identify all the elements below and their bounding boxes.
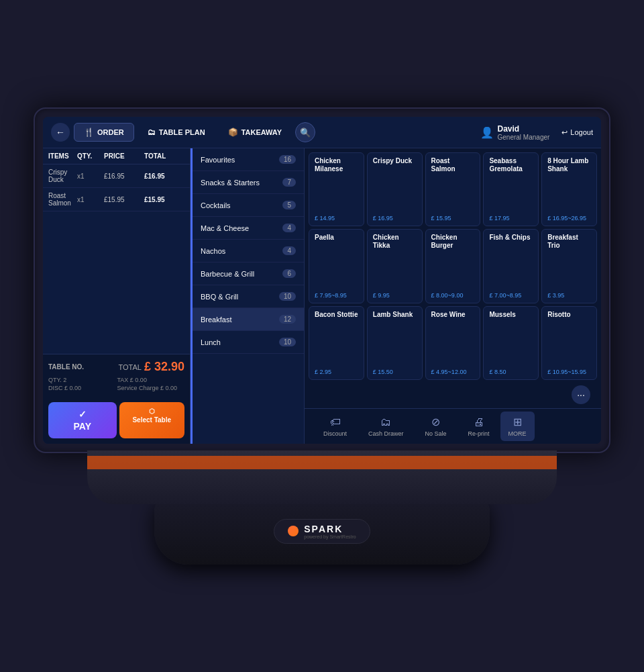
- user-info: 👤 David General Manager: [480, 124, 550, 141]
- pay-button[interactable]: ✓ PAY: [48, 402, 117, 438]
- pay-icon: ✓: [78, 409, 87, 420]
- menu-card-lamb-shank[interactable]: Lamb Shank £ 15.50: [367, 306, 423, 380]
- menu-card-roast-salmon[interactable]: Roast Salmon £ 15.95: [425, 152, 481, 226]
- brand-badge: SPARK powered by SmartRestro: [274, 519, 370, 544]
- table-row[interactable]: Roast Salmon x1 £15.95 £15.95: [43, 188, 190, 211]
- tab-table-plan[interactable]: 🗂 TABLE PLAN: [138, 124, 215, 141]
- category-item-lunch[interactable]: Lunch 10: [193, 331, 304, 354]
- category-item-breakfast[interactable]: Breakfast 12: [193, 308, 304, 331]
- category-item-barbecue[interactable]: Barbecue & Grill 6: [193, 262, 304, 285]
- order-panel: ITEMS QTY. PRICE TOTAL Crispy Duck x1 £1…: [43, 148, 191, 444]
- order-meta: QTY. 2 TAX £ 0.00 DISC £ 0.00 Service Ch…: [48, 377, 184, 391]
- category-item-cocktails[interactable]: Cocktails 5: [193, 194, 304, 217]
- nav-bar: ← 🍴 ORDER 🗂 TABLE PLAN 📦 TAKEAWAY 🔍 👤: [43, 117, 601, 148]
- category-panel: Favourites 16 Snacks & Starters 7 Cockta…: [191, 148, 305, 444]
- order-header: ITEMS QTY. PRICE TOTAL: [43, 148, 190, 164]
- menu-card-seabass[interactable]: Seabass Gremolata £ 17.95: [483, 152, 539, 226]
- no-sale-button[interactable]: ⊘ No Sale: [415, 412, 458, 441]
- select-table-icon: ⬡: [149, 407, 155, 415]
- pos-terminal: ← 🍴 ORDER 🗂 TABLE PLAN 📦 TAKEAWAY 🔍 👤: [34, 107, 610, 565]
- discount-button[interactable]: 🏷 Discount: [313, 412, 358, 441]
- menu-card-lamb-shank-8h[interactable]: 8 Hour Lamb Shank £ 16.95~26.95: [541, 152, 597, 226]
- tab-order[interactable]: 🍴 ORDER: [74, 123, 134, 142]
- menu-card-rose-wine[interactable]: Rose Wine £ 4.95~12.00: [425, 306, 481, 380]
- menu-card-risotto[interactable]: Risotto £ 10.95~15.95: [541, 306, 597, 380]
- table-row[interactable]: Crispy Duck x1 £16.95 £16.95: [43, 164, 190, 188]
- menu-card-chicken-tikka[interactable]: Chicken Tikka £ 9.95: [367, 229, 423, 303]
- category-item-nachos[interactable]: Nachos 4: [193, 240, 304, 262]
- menu-card-paella[interactable]: Paella £ 7.95~8.95: [309, 229, 364, 303]
- cash-drawer-icon: 🗂: [380, 416, 391, 428]
- menu-grid-panel: Chicken Milanese £ 14.95 Crispy Duck £ 1…: [305, 148, 601, 444]
- bottom-toolbar: 🏷 Discount 🗂 Cash Drawer ⊘ No Sale �: [305, 408, 601, 444]
- menu-grid-footer: ···: [305, 384, 601, 408]
- logout-icon: ↩: [561, 128, 568, 137]
- back-button[interactable]: ←: [51, 123, 70, 142]
- tab-takeaway[interactable]: 📦 TAKEAWAY: [219, 124, 292, 141]
- main-content: ITEMS QTY. PRICE TOTAL Crispy Duck x1 £1…: [43, 148, 601, 444]
- reprint-button[interactable]: 🖨 Re-print: [458, 412, 500, 441]
- reprint-icon: 🖨: [474, 416, 484, 428]
- order-icon: 🍴: [84, 128, 94, 137]
- menu-card-bacon-stottie[interactable]: Bacon Stottie £ 2.95: [309, 306, 364, 380]
- user-icon: 👤: [480, 126, 494, 139]
- menu-card-chicken-burger[interactable]: Chicken Burger £ 8.00~9.00: [425, 229, 481, 303]
- base-stand: [87, 450, 557, 504]
- base-stripe: [87, 456, 557, 469]
- category-item-bbq[interactable]: BBQ & Grill 10: [193, 285, 304, 308]
- base-bottom: SPARK powered by SmartRestro: [154, 497, 490, 565]
- menu-card-mussels[interactable]: Mussels £ 8.50: [483, 306, 539, 380]
- brand-logo: [288, 526, 299, 536]
- order-footer: TABLE NO. TOTAL £ 32.90 QTY. 2 TAX £ 0.0…: [43, 354, 190, 397]
- menu-card-fish-chips[interactable]: Fish & Chips £ 7.00~8.95: [483, 229, 539, 303]
- select-table-button[interactable]: ⬡ Select Table: [119, 402, 185, 438]
- monitor-bezel: ← 🍴 ORDER 🗂 TABLE PLAN 📦 TAKEAWAY 🔍 👤: [34, 107, 610, 453]
- category-item-mac-cheese[interactable]: Mac & Cheese 4: [193, 217, 304, 240]
- takeaway-icon: 📦: [228, 128, 238, 137]
- more-dots-button[interactable]: ···: [572, 385, 590, 404]
- menu-grid: Chicken Milanese £ 14.95 Crispy Duck £ 1…: [305, 148, 601, 384]
- menu-card-crispy-duck[interactable]: Crispy Duck £ 16.95: [367, 152, 423, 226]
- more-icon: ⊞: [513, 416, 522, 428]
- search-button[interactable]: 🔍: [295, 122, 315, 142]
- no-sale-icon: ⊘: [431, 416, 440, 428]
- category-item-favourites[interactable]: Favourites 16: [193, 148, 304, 171]
- table-plan-icon: 🗂: [148, 128, 156, 137]
- menu-card-breakfast-trio[interactable]: Breakfast Trio £ 3.95: [541, 229, 597, 303]
- logout-button[interactable]: ↩ Logout: [561, 128, 593, 137]
- more-button[interactable]: ⊞ MORE: [500, 412, 535, 441]
- discount-icon: 🏷: [330, 416, 341, 428]
- order-items-list: Crispy Duck x1 £16.95 £16.95 Roast Salmo…: [43, 164, 190, 354]
- cash-drawer-button[interactable]: 🗂 Cash Drawer: [358, 412, 415, 441]
- action-buttons: ✓ PAY ⬡ Select Table: [43, 397, 190, 444]
- category-item-snacks[interactable]: Snacks & Starters 7: [193, 171, 304, 194]
- menu-card-chicken-milanese[interactable]: Chicken Milanese £ 14.95: [309, 152, 364, 226]
- screen: ← 🍴 ORDER 🗂 TABLE PLAN 📦 TAKEAWAY 🔍 👤: [43, 117, 601, 444]
